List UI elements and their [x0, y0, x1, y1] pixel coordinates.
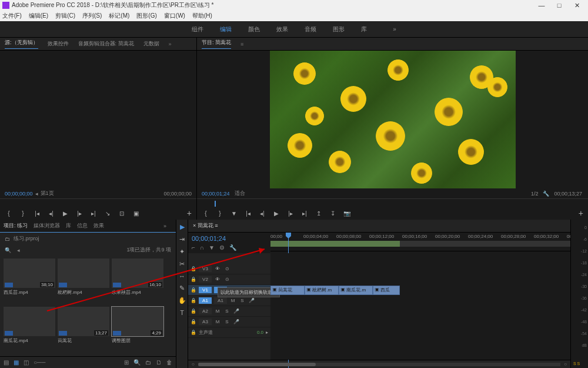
- lock-icon[interactable]: 🔒: [191, 277, 196, 282]
- program-fit[interactable]: 适合: [235, 190, 245, 197]
- voice-icon[interactable]: 🎤: [248, 298, 255, 303]
- find-icon[interactable]: 🔍: [133, 359, 141, 366]
- project-tab[interactable]: 库: [66, 222, 71, 230]
- timeline-clip[interactable]: ▣ 南瓜花.m: [339, 286, 373, 295]
- minimize-button[interactable]: —: [533, 2, 550, 9]
- ripple-tool-icon[interactable]: ✦: [179, 248, 185, 256]
- zoom-slider[interactable]: ○──: [34, 359, 45, 366]
- settings-icon[interactable]: ⚙: [219, 244, 225, 251]
- go-out-icon[interactable]: ▸|: [300, 209, 309, 217]
- bin-back-icon[interactable]: ◂: [17, 247, 20, 253]
- lock-icon[interactable]: 🔒: [191, 319, 196, 324]
- track-content[interactable]: 以此轨道为目标切换轨道。 ▣ 茼蒿花▣ 枇杷树.m▣ 南瓜花.m▣ 西瓜: [270, 253, 570, 360]
- menubar[interactable]: 文件(F)编辑(E)剪辑(C)序列(S)标记(M)图形(G)窗口(W)帮助(H): [0, 11, 588, 21]
- project-tab[interactable]: 媒体浏览器: [34, 222, 60, 230]
- project-tab[interactable]: 效果: [93, 222, 104, 230]
- slip-tool-icon[interactable]: ↔: [179, 273, 185, 280]
- workspace-tab[interactable]: 组件: [192, 25, 203, 34]
- list-view-icon[interactable]: ▤: [4, 359, 9, 366]
- search-icon[interactable]: 🔍: [5, 247, 11, 253]
- type-tool-icon[interactable]: T: [180, 309, 184, 316]
- video-track-header[interactable]: 🔒V2👁⊙: [188, 274, 270, 285]
- lift-icon[interactable]: ↥: [315, 209, 323, 217]
- project-item[interactable]: 16;10水果秧苗.mp4: [112, 258, 163, 304]
- new-item-icon[interactable]: 🗋: [156, 359, 162, 366]
- timeline-scrollbar[interactable]: [198, 363, 560, 366]
- eye-icon[interactable]: 👁: [214, 266, 221, 271]
- source-tab[interactable]: 源:（无剪辑）: [5, 39, 38, 49]
- insert-icon[interactable]: ↘: [103, 209, 112, 217]
- mute-icon[interactable]: M: [214, 309, 221, 314]
- zoom-out-icon[interactable]: ○: [192, 362, 195, 367]
- program-tab[interactable]: 节目: 茼蒿花: [202, 39, 231, 49]
- project-tab[interactable]: 项目: 练习: [4, 222, 28, 230]
- snap-icon[interactable]: ⌐: [192, 244, 195, 251]
- chevron-icon[interactable]: »: [163, 223, 166, 229]
- menu-item[interactable]: 图形(G): [136, 12, 156, 20]
- program-tabs[interactable]: 节目: 茼蒿花 ≡: [197, 38, 588, 51]
- video-track-header[interactable]: 🔒V3👁⊙: [188, 264, 270, 274]
- chevron-left-icon[interactable]: ◂: [35, 191, 38, 197]
- timeline-clip[interactable]: ▣ 枇杷树.m: [305, 286, 339, 295]
- voice-icon[interactable]: 🎤: [233, 309, 240, 314]
- add-marker-icon[interactable]: ▼: [230, 209, 238, 217]
- bin-icon[interactable]: 🗀: [5, 236, 10, 242]
- menu-item[interactable]: 剪辑(C): [55, 12, 75, 20]
- project-item[interactable]: 4;29调整图层: [112, 307, 163, 353]
- source-monitor[interactable]: [0, 51, 196, 188]
- audio-track-header[interactable]: 🔒A3MS🎤: [188, 317, 270, 327]
- toggle-icon[interactable]: ⊙: [223, 277, 230, 282]
- mute-icon[interactable]: M: [214, 319, 221, 324]
- program-ruler[interactable]: [197, 198, 588, 207]
- source-tabs[interactable]: 源:（无剪辑）效果控件音频剪辑混合器: 茼蒿花元数据»: [0, 38, 196, 51]
- maximize-button[interactable]: □: [550, 2, 568, 9]
- timeline-tc[interactable]: 00;00;01;24: [192, 235, 267, 242]
- menu-item[interactable]: 窗口(W): [164, 12, 185, 20]
- master-track[interactable]: 🔒主声道0.0▸: [188, 327, 270, 338]
- zoom-in-icon[interactable]: ○: [564, 362, 567, 367]
- toggle-icon[interactable]: ⊙: [223, 266, 230, 271]
- solo-icon[interactable]: S: [239, 298, 246, 303]
- add-button-icon[interactable]: +: [579, 208, 583, 218]
- razor-tool-icon[interactable]: ✂: [179, 260, 185, 268]
- source-tab[interactable]: 音频剪辑混合器: 茼蒿花: [78, 40, 134, 48]
- solo-icon[interactable]: S: [223, 309, 230, 314]
- export-frame-icon[interactable]: 📷: [343, 209, 351, 217]
- menu-item[interactable]: 帮助(H): [192, 12, 212, 20]
- hand-tool-icon[interactable]: ✋: [178, 297, 186, 304]
- menu-item[interactable]: 编辑(E): [29, 12, 48, 20]
- source-tc-left[interactable]: 00;00;00;00: [5, 191, 33, 197]
- track-label[interactable]: A2: [199, 308, 212, 314]
- track-select-tool-icon[interactable]: ⇥: [179, 236, 185, 243]
- lock-icon[interactable]: 🔒: [191, 266, 196, 271]
- project-item[interactable]: 13;27茼蒿花: [58, 307, 109, 353]
- marker-icon[interactable]: ▼: [209, 244, 215, 251]
- menu-item[interactable]: 标记(M): [109, 12, 129, 20]
- go-in-icon[interactable]: |◂: [33, 209, 41, 217]
- overwrite-icon[interactable]: ⊡: [118, 209, 126, 217]
- trash-icon[interactable]: 🗑: [166, 359, 172, 366]
- play-icon[interactable]: ▶: [272, 209, 280, 217]
- workspace-tab[interactable]: 颜色: [248, 25, 260, 34]
- project-item[interactable]: 南瓜花.mp4: [4, 307, 55, 353]
- pen-tool-icon[interactable]: ✎: [179, 284, 185, 292]
- program-zoom[interactable]: 1/2: [531, 191, 539, 197]
- go-out-icon[interactable]: ▸|: [89, 209, 98, 217]
- project-bins[interactable]: 38;10西瓜苗.mp4枇杷树.mp416;10水果秧苗.mp4南瓜花.mp41…: [0, 255, 176, 356]
- play-icon[interactable]: ▶: [61, 209, 69, 217]
- project-item[interactable]: 38;10西瓜苗.mp4: [4, 258, 55, 304]
- program-tc-left[interactable]: 00;00;01;24: [202, 191, 230, 197]
- source-page[interactable]: 第1页: [41, 190, 164, 197]
- mute-icon[interactable]: M: [229, 298, 236, 303]
- go-in-icon[interactable]: |◂: [244, 209, 252, 217]
- step-fwd-icon[interactable]: |▸: [75, 209, 83, 217]
- workspace-tab[interactable]: 音频: [305, 25, 316, 34]
- new-bin-icon[interactable]: 🗀: [145, 359, 151, 366]
- workspace-tab[interactable]: 编辑: [220, 25, 232, 34]
- master-value[interactable]: 0.0: [257, 330, 263, 335]
- track-label[interactable]: A3: [199, 319, 212, 325]
- lock-icon[interactable]: 🔒: [191, 298, 196, 303]
- icon-view-icon[interactable]: ▦: [14, 359, 19, 366]
- link-icon[interactable]: ∩: [200, 244, 204, 251]
- lock-icon[interactable]: 🔒: [191, 330, 196, 335]
